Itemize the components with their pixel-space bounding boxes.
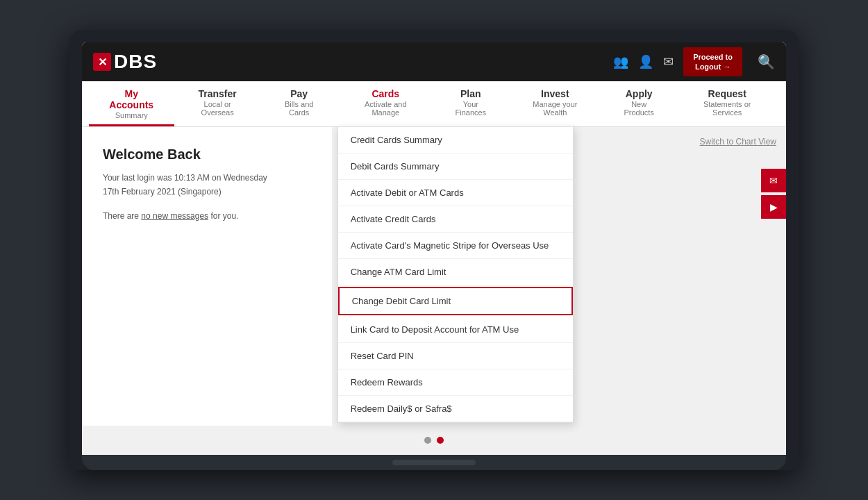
nav-main-cards: Cards <box>350 88 422 99</box>
dot-2[interactable] <box>437 437 444 444</box>
nav-bar: My Accounts Summary Transfer Local or Ov… <box>82 81 786 127</box>
menu-reset-card-pin[interactable]: Reset Card PIN <box>338 343 573 369</box>
welcome-title: Welcome Back <box>103 147 311 162</box>
nav-item-cards[interactable]: Cards Activate and Manage <box>337 81 434 124</box>
nav-sub-my-accounts: Summary <box>101 111 162 119</box>
no-new-messages-link[interactable]: no new messages <box>141 211 208 221</box>
play-icon-symbol: ▶ <box>770 201 778 212</box>
menu-change-debit-limit[interactable]: Change Debit Card Limit <box>338 287 573 315</box>
logo: ✕ DBS <box>93 51 157 73</box>
logout-label: Proceed toLogout → <box>693 52 733 72</box>
cards-dropdown-menu: Credit Cards Summary Debit Cards Summary… <box>337 126 574 423</box>
menu-redeem-daily[interactable]: Redeem Daily$ or Safra$ <box>338 396 573 422</box>
right-icons: ✉ ▶ <box>761 169 786 219</box>
laptop-bottom <box>82 455 786 470</box>
menu-activate-magnetic[interactable]: Activate Card's Magnetic Stripe for Over… <box>338 233 573 259</box>
nav-sub-cards: Activate and Manage <box>350 100 422 117</box>
login-info-line2: 17th February 2021 (Singapore) <box>103 187 222 197</box>
nav-item-invest[interactable]: Invest Manage your Wealth <box>508 81 603 126</box>
top-bar: ✕ DBS 👥 👤 ✉ Proceed toLogout → 🔍 <box>82 42 786 81</box>
mail-icon[interactable]: ✉ <box>663 54 674 69</box>
login-info-line1: Your last login was 10:13 AM on Wednesda… <box>103 173 267 183</box>
menu-link-card-deposit[interactable]: Link Card to Deposit Account for ATM Use <box>338 317 573 343</box>
menu-activate-debit-atm[interactable]: Activate Debit or ATM Cards <box>338 180 573 206</box>
nav-main-apply: Apply <box>615 88 662 99</box>
person-icon[interactable]: 👤 <box>638 54 653 69</box>
dot-1[interactable] <box>424 437 431 444</box>
nav-sub-transfer: Local or Overseas <box>187 100 249 117</box>
search-icon[interactable]: 🔍 <box>758 53 775 70</box>
nav-main-pay: Pay <box>274 88 325 99</box>
nav-main-plan: Plan <box>446 88 495 99</box>
mail-icon-btn[interactable]: ✉ <box>761 169 786 192</box>
logout-button[interactable]: Proceed toLogout → <box>683 47 742 77</box>
nav-sub-apply: New Products <box>615 100 662 117</box>
menu-redeem-rewards[interactable]: Redeem Rewards <box>338 369 573 396</box>
top-right-controls: 👥 👤 ✉ Proceed toLogout → 🔍 <box>613 47 775 77</box>
nav-item-transfer[interactable]: Transfer Local or Overseas <box>174 81 261 126</box>
menu-debit-cards-summary[interactable]: Debit Cards Summary <box>338 153 573 180</box>
left-panel: Welcome Back Your last login was 10:13 A… <box>82 127 332 426</box>
menu-change-atm-limit[interactable]: Change ATM Card Limit <box>338 259 573 285</box>
nav-item-my-accounts[interactable]: My Accounts Summary <box>89 81 174 126</box>
group-icon[interactable]: 👥 <box>613 54 628 69</box>
nav-sub-pay: Bills and Cards <box>274 100 325 117</box>
login-info: Your last login was 10:13 AM on Wednesda… <box>103 171 311 199</box>
nav-dropdown-cards[interactable]: Cards Activate and Manage Credit Cards S… <box>337 81 434 126</box>
nav-sub-plan: Your Finances <box>446 100 495 117</box>
logo-dbs: DBS <box>114 51 157 73</box>
menu-credit-cards-summary[interactable]: Credit Cards Summary <box>338 127 573 153</box>
nav-main-my-accounts: My Accounts <box>101 88 162 110</box>
nav-main-transfer: Transfer <box>187 88 249 99</box>
nav-item-apply[interactable]: Apply New Products <box>603 81 675 126</box>
nav-main-request: Request <box>687 88 767 99</box>
nav-sub-invest: Manage your Wealth <box>520 100 590 117</box>
nav-item-plan[interactable]: Plan Your Finances <box>434 81 508 126</box>
nav-item-request[interactable]: Request Statements or Services <box>675 81 779 126</box>
play-icon-btn[interactable]: ▶ <box>761 195 786 219</box>
logo-x-icon: ✕ <box>93 53 111 71</box>
menu-activate-credit[interactable]: Activate Credit Cards <box>338 206 573 233</box>
carousel-dots <box>82 426 786 455</box>
messages-prefix: There are <box>103 211 141 221</box>
messages-info: There are no new messages for you. <box>103 209 311 223</box>
nav-sub-request: Statements or Services <box>687 100 767 117</box>
mail-icon-symbol: ✉ <box>769 175 778 186</box>
nav-main-invest: Invest <box>520 88 590 99</box>
messages-suffix: for you. <box>208 211 238 221</box>
chart-view-link[interactable]: Switch to Chart View <box>700 137 777 147</box>
nav-item-pay[interactable]: Pay Bills and Cards <box>261 81 337 126</box>
